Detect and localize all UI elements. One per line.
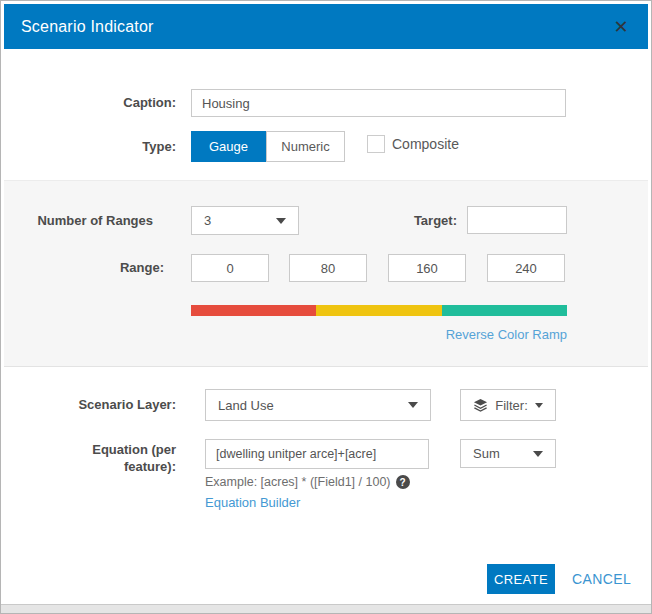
ramp-segment-red (191, 305, 316, 316)
aggregate-select[interactable]: Sum (460, 439, 556, 468)
dialog-title: Scenario Indicator (21, 18, 154, 36)
chevron-down-icon (535, 403, 543, 408)
range-input-1[interactable] (191, 254, 269, 282)
color-ramp (191, 305, 567, 316)
target-label: Target: (282, 206, 457, 235)
range-label: Range: (1, 254, 164, 282)
type-numeric-button[interactable]: Numeric (266, 131, 345, 162)
ramp-segment-yellow (316, 305, 441, 316)
number-of-ranges-value: 3 (192, 213, 276, 228)
scenario-layer-label: Scenario Layer: (1, 389, 176, 421)
composite-checkbox[interactable] (367, 135, 385, 153)
filter-label: Filter: (495, 398, 528, 413)
layers-icon (473, 398, 488, 413)
close-icon[interactable]: ✕ (606, 4, 636, 49)
dialog-bottom-strip (1, 604, 651, 613)
type-gauge-button[interactable]: Gauge (191, 131, 266, 162)
type-label: Type: (1, 131, 176, 162)
scenario-layer-value: Land Use (206, 398, 408, 413)
reverse-color-ramp-link[interactable]: Reverse Color Ramp (381, 327, 567, 342)
range-input-3[interactable] (388, 254, 466, 282)
chevron-down-icon (408, 402, 418, 408)
caption-label: Caption: (1, 89, 176, 117)
range-input-4[interactable] (487, 254, 565, 282)
equation-builder-link[interactable]: Equation Builder (205, 495, 300, 510)
equation-label: Equation (per feature): (1, 441, 176, 475)
equation-example: Example: [acres] * ([Field1] / 100) ? (205, 475, 410, 489)
help-icon[interactable]: ? (396, 475, 410, 489)
dialog-header: Scenario Indicator ✕ (4, 4, 648, 49)
scenario-layer-select[interactable]: Land Use (205, 389, 431, 421)
caption-input[interactable] (191, 89, 566, 117)
cancel-button[interactable]: CANCEL (572, 564, 631, 594)
aggregate-value: Sum (461, 446, 533, 461)
filter-button[interactable]: Filter: (460, 389, 556, 421)
scenario-indicator-dialog: Scenario Indicator ✕ Caption: Type: Gaug… (0, 0, 652, 614)
create-button[interactable]: CREATE (487, 564, 555, 594)
composite-label: Composite (392, 131, 459, 158)
target-input[interactable] (467, 206, 567, 234)
chevron-down-icon (533, 451, 543, 457)
equation-input[interactable] (205, 439, 429, 469)
range-input-2[interactable] (289, 254, 367, 282)
ramp-segment-green (442, 305, 567, 316)
number-of-ranges-label: Number of Ranges (1, 206, 153, 235)
